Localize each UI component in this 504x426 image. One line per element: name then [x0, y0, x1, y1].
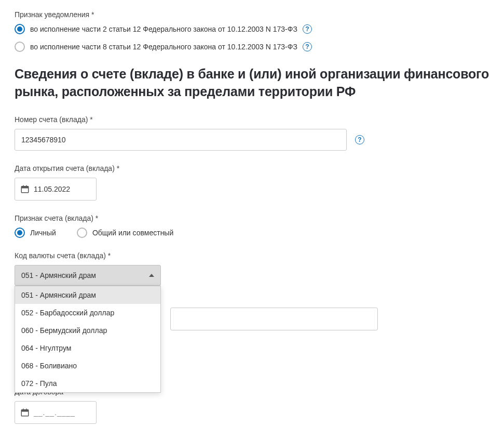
- open-date-value: 11.05.2022: [34, 185, 70, 193]
- svg-rect-5: [21, 409, 29, 411]
- calendar-icon: [20, 408, 30, 417]
- notification-option-1-label[interactable]: во исполнение части 2 статьи 12 Федераль…: [30, 25, 297, 33]
- contract-date-input[interactable]: __.__.____: [15, 401, 97, 424]
- help-icon[interactable]: ?: [303, 24, 312, 34]
- account-sign-label: Признак счета (вклада) *: [15, 214, 489, 222]
- notification-option-2-row: во исполнение части 8 статьи 12 Федераль…: [15, 42, 489, 52]
- account-sign-group: Признак счета (вклада) * Личный Общий ил…: [15, 214, 489, 238]
- currency-label: Код валюты счета (вклада) *: [15, 251, 489, 260]
- account-number-label: Номер счета (вклада) *: [15, 115, 489, 124]
- account-sign-shared-radio[interactable]: [77, 228, 87, 238]
- partial-input-behind[interactable]: [170, 308, 378, 330]
- svg-rect-2: [23, 185, 24, 187]
- currency-option[interactable]: 064 - Нгултрум: [15, 339, 160, 357]
- notification-option-1-row: во исполнение части 2 статьи 12 Федераль…: [15, 24, 489, 34]
- currency-option[interactable]: 051 - Армянский драм: [15, 286, 160, 304]
- account-sign-personal-label[interactable]: Личный: [30, 229, 56, 237]
- contract-date-placeholder: __.__.____: [34, 408, 75, 417]
- calendar-icon: [20, 184, 30, 194]
- help-icon[interactable]: ?: [303, 42, 312, 51]
- account-sign-personal-row: Личный: [15, 228, 56, 238]
- help-icon[interactable]: ?: [355, 135, 364, 144]
- notification-sign-label: Признак уведомления *: [15, 10, 489, 19]
- account-sign-personal-radio[interactable]: [15, 228, 25, 238]
- notification-option-2-radio[interactable]: [15, 42, 25, 52]
- caret-up-icon: [149, 274, 154, 277]
- currency-option[interactable]: 068 - Боливиано: [15, 357, 160, 375]
- currency-dropdown[interactable]: 051 - Армянский драм 052 - Барбадосский …: [15, 286, 161, 393]
- open-date-label: Дата открытия счета (вклада) *: [15, 164, 489, 172]
- svg-rect-6: [23, 408, 24, 410]
- account-number-input[interactable]: [15, 129, 347, 151]
- currency-option[interactable]: 072 - Пула: [15, 375, 160, 392]
- notification-option-1-radio[interactable]: [15, 24, 25, 34]
- currency-option[interactable]: 052 - Барбадосский доллар: [15, 304, 160, 322]
- account-sign-shared-row: Общий или совместный: [77, 228, 173, 238]
- currency-selected-value: 051 - Армянский драм: [21, 271, 96, 279]
- open-date-group: Дата открытия счета (вклада) * 11.05.202…: [15, 164, 489, 201]
- currency-select[interactable]: 051 - Армянский драм 051 - Армянский дра…: [15, 265, 161, 286]
- svg-rect-1: [21, 186, 29, 188]
- section-heading: Сведения о счете (вкладе) в банке и (или…: [15, 65, 489, 101]
- notification-option-2-label[interactable]: во исполнение части 8 статьи 12 Федераль…: [30, 43, 297, 51]
- currency-select-display[interactable]: 051 - Армянский драм: [15, 265, 161, 286]
- notification-sign-group: Признак уведомления * во исполнение част…: [15, 10, 489, 52]
- currency-group: Код валюты счета (вклада) * 051 - Армянс…: [15, 251, 489, 286]
- svg-rect-7: [26, 408, 27, 410]
- account-number-group: Номер счета (вклада) * ?: [15, 115, 489, 151]
- contract-date-group: Дата договора __.__.____: [15, 388, 489, 424]
- open-date-input[interactable]: 11.05.2022: [15, 178, 97, 201]
- svg-rect-3: [26, 185, 27, 187]
- currency-option[interactable]: 060 - Бермудский доллар: [15, 322, 160, 339]
- account-sign-shared-label[interactable]: Общий или совместный: [92, 229, 173, 237]
